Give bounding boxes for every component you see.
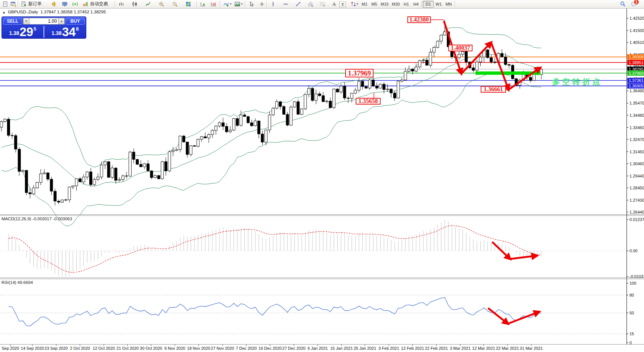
svg-text:2 Oct 2020: 2 Oct 2020 xyxy=(70,346,90,351)
volume-up-button[interactable]: ▲ xyxy=(58,18,65,25)
text-tool-icon[interactable]: A xyxy=(330,1,339,7)
crosshair-icon[interactable] xyxy=(257,1,266,7)
axis-price-badge: 1.38851 xyxy=(627,60,644,65)
time-axis[interactable]: Sep 202014 Sep 202023 Sep 20202 Oct 2020… xyxy=(1,345,542,351)
price-annotation-box[interactable]: 1.37969 xyxy=(345,69,374,77)
autotrading-button[interactable]: 自动交易 xyxy=(81,0,109,7)
svg-text:15 Jan 2021: 15 Jan 2021 xyxy=(330,346,353,351)
timeframe-button-D1[interactable]: D1 xyxy=(423,1,434,8)
channel-icon[interactable]: E xyxy=(306,1,315,7)
price-annotation-box[interactable]: 1.40037 xyxy=(448,45,472,51)
sell-price-pips: 29 xyxy=(20,26,33,38)
auto-scroll-icon[interactable] xyxy=(199,1,208,7)
timeframe-button-M15[interactable]: M15 xyxy=(379,1,391,8)
toolbar-separator xyxy=(115,1,115,7)
timeframe-button-H1[interactable]: H1 xyxy=(401,1,411,8)
svg-text:1.35470: 1.35470 xyxy=(629,101,644,105)
trendline-icon[interactable] xyxy=(294,1,303,7)
bar-chart-icon[interactable] xyxy=(117,1,126,7)
signal-icon[interactable] xyxy=(71,1,80,7)
toolbar-separator xyxy=(220,1,220,7)
axis-price-badge: 1.37361 xyxy=(627,78,644,83)
line-chart-icon[interactable] xyxy=(144,1,153,7)
new-chart-icon[interactable] xyxy=(1,1,10,7)
chat-icon[interactable]: 1 xyxy=(629,1,638,7)
svg-text:15: 15 xyxy=(629,332,634,336)
timeframe-button-M5[interactable]: M5 xyxy=(369,1,379,8)
sell-button[interactable]: SELL xyxy=(3,18,22,25)
collapse-arrow-icon[interactable]: ▲ xyxy=(2,10,6,14)
axis-price-badge: 1.36905 xyxy=(627,83,644,89)
sell-price-point: 5 xyxy=(33,26,36,32)
buy-price[interactable]: 1.38 34 8 xyxy=(44,25,86,38)
svg-text:1.28450: 1.28450 xyxy=(629,186,644,190)
vertical-line-icon[interactable] xyxy=(269,1,278,7)
timeframe-button-M1[interactable]: M1 xyxy=(359,1,370,8)
toolbar-separator xyxy=(245,1,245,7)
axis-price-badge: 1.37969 xyxy=(627,71,644,76)
zoom-out-icon[interactable] xyxy=(170,1,179,7)
svg-text:21 Oct 2020: 21 Oct 2020 xyxy=(116,346,139,351)
timeframe-button-M30[interactable]: M30 xyxy=(390,1,402,8)
price-annotation-box[interactable]: 1.36661 xyxy=(481,86,506,93)
volume-down-button[interactable]: ▼ xyxy=(23,18,29,25)
trend-arrows-rsi[interactable] xyxy=(488,308,539,324)
svg-text:27 Nov 2020: 27 Nov 2020 xyxy=(211,346,234,351)
candlestick-icon[interactable] xyxy=(130,1,139,7)
svg-text:9 Nov 2020: 9 Nov 2020 xyxy=(164,346,185,351)
toolbar-separator xyxy=(421,1,422,7)
templates-icon[interactable] xyxy=(233,1,242,7)
turning-point-annotation[interactable]: 多空转折点 xyxy=(552,77,602,87)
svg-text:25 Jan 2021: 25 Jan 2021 xyxy=(354,346,377,351)
cursor-icon[interactable] xyxy=(247,1,256,7)
text-label-tool-icon[interactable]: T xyxy=(339,1,346,7)
svg-text:31 Mar 2021: 31 Mar 2021 xyxy=(520,346,543,351)
macd-signal-line xyxy=(9,225,541,272)
tile-windows-icon[interactable] xyxy=(184,1,193,7)
svg-text:1.31450: 1.31450 xyxy=(629,150,644,154)
toolbar-separator xyxy=(18,1,18,7)
chart-shift-icon[interactable] xyxy=(209,1,218,7)
indicators-icon[interactable] xyxy=(222,1,231,7)
terminal-icon[interactable] xyxy=(60,1,69,7)
svg-text:1.37969: 1.37969 xyxy=(629,71,644,76)
svg-text:1.27430: 1.27430 xyxy=(629,198,644,202)
notification-badge[interactable]: 1 xyxy=(634,0,639,4)
fibonacci-icon[interactable]: F xyxy=(318,1,327,7)
symbol-info: ▲ GBPUSD-,Daily 1.37847 1.38358 1.37452 … xyxy=(2,10,106,14)
price-annotation-box[interactable]: 1.35658 xyxy=(356,98,381,105)
chevron-down-icon[interactable]: ▾ xyxy=(241,3,243,6)
price-annotation-box[interactable]: 1.42380 xyxy=(407,16,431,23)
svg-text:1.32470: 1.32470 xyxy=(629,137,644,142)
svg-text:16 Dec 2020: 16 Dec 2020 xyxy=(259,346,282,351)
svg-text:0: 0 xyxy=(629,340,632,345)
price-chart[interactable]: 1.425201.415001.405101.394901.385001.374… xyxy=(0,0,644,352)
zoom-in-icon[interactable] xyxy=(157,1,166,7)
svg-text:3 Feb 2021: 3 Feb 2021 xyxy=(378,346,399,351)
chevron-down-icon[interactable]: ▾ xyxy=(230,3,231,6)
svg-text:12 Oct 2020: 12 Oct 2020 xyxy=(93,346,115,351)
megaphone-icon[interactable] xyxy=(50,1,59,7)
symbol-name: GBPUSD-,Daily xyxy=(8,10,38,14)
new-order-button[interactable]: 新订单 xyxy=(19,0,43,7)
trend-arrows-macd[interactable] xyxy=(492,242,537,259)
svg-text:1.42520: 1.42520 xyxy=(629,16,644,20)
horizontal-line-icon[interactable] xyxy=(281,1,290,7)
timeframe-button-H4[interactable]: H4 xyxy=(411,1,421,8)
search-icon[interactable] xyxy=(618,1,627,7)
buy-button[interactable]: BUY xyxy=(65,18,85,25)
profiles-icon[interactable] xyxy=(9,1,18,7)
price-axis[interactable]: 1.425201.415001.405101.394901.385001.374… xyxy=(627,8,644,345)
autotrading-icon xyxy=(83,1,89,7)
volume-input[interactable] xyxy=(29,18,58,25)
timeframe-button-W1[interactable]: W1 xyxy=(433,1,444,8)
svg-text:12 Mar 2021: 12 Mar 2021 xyxy=(472,346,495,351)
timeframe-button-MN[interactable]: MN xyxy=(443,1,454,8)
main-toolbar: 新订单 自动交易 ▾ ▾ E F A T ▾ M1M5M15M30H1H4D1W… xyxy=(0,0,644,9)
svg-text:12 Feb 2021: 12 Feb 2021 xyxy=(401,346,424,351)
sell-price[interactable]: 1.38 29 5 xyxy=(2,25,44,38)
svg-text:14 Sep 2020: 14 Sep 2020 xyxy=(21,346,44,351)
toolbar-separator xyxy=(358,1,358,7)
svg-text:1.39308: 1.39308 xyxy=(629,55,644,59)
svg-text:7 Dec 2020: 7 Dec 2020 xyxy=(236,346,257,351)
